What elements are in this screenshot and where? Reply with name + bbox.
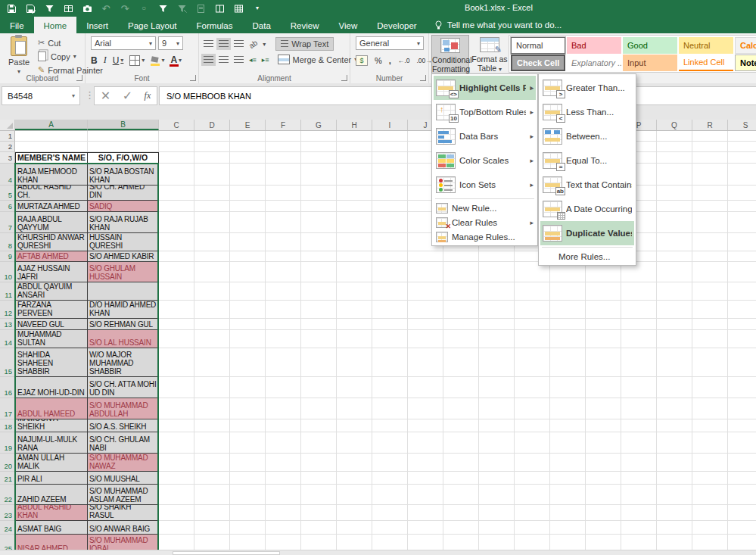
tab-review[interactable]: Review — [281, 17, 329, 33]
tab-page-layout[interactable]: Page Layout — [118, 17, 187, 33]
tab-home[interactable]: Home — [34, 17, 77, 33]
font-dialog-launcher-icon[interactable] — [190, 75, 196, 81]
column-header-F[interactable]: F — [266, 120, 301, 130]
cell-A24[interactable]: ASMAT BAIG — [15, 521, 88, 535]
column-header-I[interactable]: I — [372, 120, 408, 130]
column-header-A[interactable]: A — [15, 120, 88, 130]
align-bottom-button[interactable] — [234, 40, 244, 48]
comma-style-button[interactable]: , — [389, 56, 391, 65]
cell-A16[interactable]: EJAZ MOHI-UD-DIN — [15, 377, 88, 398]
empty-cells-row-11[interactable] — [159, 282, 756, 301]
empty-cells-row-12[interactable] — [159, 301, 756, 319]
cell-B24[interactable]: S/O ANWAR BAIG — [88, 521, 159, 535]
customize-qat-icon[interactable]: ▾ — [252, 3, 263, 14]
clipboard-dialog-launcher-icon[interactable] — [76, 75, 82, 81]
undo-icon[interactable]: ↶ — [101, 3, 111, 14]
cell-B19[interactable]: S/O CH. GHULAM NABI — [88, 432, 159, 454]
row-header-9[interactable]: 9 — [0, 251, 15, 262]
cell-A17[interactable]: ABDUL HAMEED — [15, 398, 88, 419]
cancel-entry-icon[interactable]: ✕ — [101, 89, 110, 103]
confirm-entry-icon[interactable]: ✓ — [123, 89, 132, 103]
cell-A15[interactable]: SHAHIDA SHAHEEN SHABBIR — [15, 348, 88, 377]
percent-style-button[interactable]: % — [375, 56, 382, 65]
number-format-combo[interactable]: General▾ — [356, 36, 424, 50]
accounting-format-button[interactable]: $ — [356, 55, 368, 66]
style-explanatory[interactable]: Explanatory ... — [567, 55, 621, 71]
row-header-5[interactable]: 5 — [0, 186, 15, 201]
menu-item-between[interactable]: Between... — [540, 124, 634, 148]
decrease-indent-button[interactable]: ◂≡ — [249, 56, 257, 64]
empty-cells-row-13[interactable] — [159, 319, 756, 330]
name-box-dropdown-icon[interactable]: ▾ — [67, 92, 79, 99]
menu-item-text-that-contains[interactable]: abText that Contains... — [540, 173, 634, 197]
style-bad[interactable]: Bad — [567, 37, 621, 54]
style-note[interactable]: Note — [735, 55, 756, 71]
row-header-22[interactable]: 22 — [0, 485, 15, 505]
align-center-button[interactable] — [219, 56, 229, 64]
cell-A23[interactable]: ABDUL RASHID KHAN — [15, 505, 88, 521]
empty-cells-row-9[interactable] — [159, 251, 756, 262]
menu-item-top-bottom-rules[interactable]: ↑10Top/Bottom Rules▸ — [434, 100, 536, 124]
cell-B13[interactable]: S/O REHMAN GUL — [88, 319, 159, 330]
cell-A11[interactable]: ABDUL QAYUIM ANSARI — [15, 282, 88, 301]
bottom-scrollbar-strip[interactable] — [0, 550, 756, 555]
empty-cells-row-22[interactable] — [159, 485, 756, 505]
tab-developer[interactable]: Developer — [367, 17, 426, 33]
cell-B9[interactable]: S/O AHMED KABIR — [88, 251, 159, 262]
cell-B18[interactable]: S/O A.S. SHEIKH — [88, 419, 159, 432]
style-good[interactable]: Good — [623, 37, 677, 54]
paste-button[interactable]: Paste ▾ — [3, 36, 35, 79]
cell-B14[interactable]: S/O LAL HUSSAIN — [88, 330, 159, 348]
align-left-button[interactable] — [204, 56, 213, 64]
empty-cells-row-10[interactable] — [159, 262, 756, 282]
cell-B15[interactable]: W/O MAJOR MUHAMMAD SHABBIR — [88, 348, 159, 377]
menu-item-a-date-occurring[interactable]: A Date Occurring... — [540, 197, 634, 221]
freeze-panes-icon[interactable] — [233, 3, 244, 14]
tab-formulas[interactable]: Formulas — [187, 17, 243, 33]
document-icon[interactable] — [195, 3, 206, 14]
cell-A19[interactable]: NAJUM-UL-MULK RANA — [15, 432, 88, 454]
increase-indent-button[interactable]: ▸≡ — [262, 56, 269, 64]
style-normal[interactable]: Normal — [511, 37, 565, 54]
menu-item-new-rule[interactable]: New Rule... — [434, 201, 536, 215]
empty-cells-row-14[interactable] — [159, 330, 756, 348]
cell-A18[interactable]: MAMOON A SHEIKH — [15, 419, 88, 432]
cell-B10[interactable]: S/O GHULAM HUSSAIN — [88, 262, 159, 282]
cell-A20[interactable]: AMAN ULLAH MALIK — [15, 454, 88, 472]
row-header-16[interactable]: 16 — [0, 377, 15, 398]
select-all-corner[interactable] — [0, 120, 15, 130]
tab-view[interactable]: View — [329, 17, 368, 33]
cell-A1[interactable] — [15, 131, 88, 142]
cell-A22[interactable]: ZAHID AZEEM — [15, 485, 88, 505]
merge-center-button[interactable]: Merge & Center ▾ — [278, 55, 358, 64]
underline-button[interactable]: U ▾ — [113, 55, 124, 66]
cell-B12[interactable]: D/O HAMID AHMED KHAN — [88, 301, 159, 319]
column-header-S[interactable]: S — [728, 120, 756, 130]
insert-function-icon[interactable]: fx — [145, 90, 151, 101]
font-size-combo[interactable]: 9▾ — [158, 36, 183, 50]
style-input[interactable]: Input — [623, 55, 677, 71]
font-name-combo[interactable]: Arial▾ — [91, 36, 156, 50]
increase-decimal-button[interactable]: ←.0 — [398, 57, 410, 64]
column-header-H[interactable]: H — [337, 120, 372, 130]
cell-B22[interactable]: S/O MUHAMMAD ASLAM AZEEM — [88, 485, 159, 505]
empty-cells-row-15[interactable] — [159, 348, 756, 377]
menu-item-highlight-cells-rules[interactable]: <>Highlight Cells Rules▸ — [434, 76, 536, 100]
empty-cells-row-18[interactable] — [159, 419, 756, 432]
empty-cells-row-19[interactable] — [159, 432, 756, 454]
cell-B6[interactable]: MUHAMMAD SADIQ — [88, 201, 159, 212]
orientation-button[interactable]: ab — [247, 38, 259, 49]
menu-item-greater-than[interactable]: >Greater Than... — [540, 76, 634, 100]
camera-icon[interactable] — [82, 3, 92, 14]
cell-B7[interactable]: S/O RAJA RUJAB KHAN — [88, 212, 159, 233]
cell-A21[interactable]: PIR ALI — [15, 472, 88, 485]
row-header-19[interactable]: 19 — [0, 432, 15, 454]
cell-B5[interactable]: S/O CH. AHMED DIN — [88, 186, 159, 201]
scrollbar-thumb[interactable] — [173, 551, 280, 555]
style-neutral[interactable]: Neutral — [679, 37, 733, 54]
menu-item-clear-rules[interactable]: ✕Clear Rules▸ — [434, 215, 536, 229]
row-header-24[interactable]: 24 — [0, 521, 15, 535]
redo-icon[interactable]: ↷ — [120, 3, 130, 14]
menu-item-duplicate-values[interactable]: Duplicate Values... — [540, 221, 634, 245]
align-right-button[interactable] — [234, 56, 244, 64]
